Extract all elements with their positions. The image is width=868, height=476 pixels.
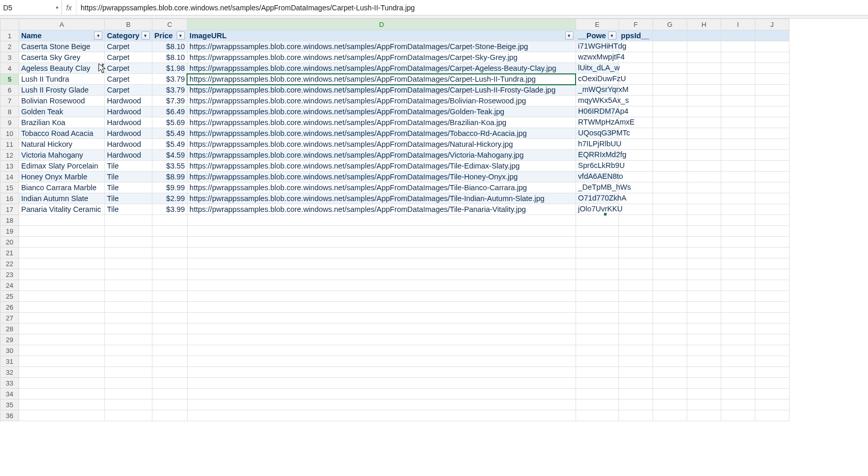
cell[interactable]	[152, 367, 187, 378]
cell[interactable]	[687, 96, 721, 106]
cell[interactable]	[576, 367, 618, 378]
cell[interactable]	[687, 367, 721, 378]
row-header[interactable]: 22	[1, 258, 19, 269]
cell-category[interactable]: Tile	[105, 204, 152, 215]
cell[interactable]	[721, 172, 755, 182]
cell[interactable]	[19, 356, 105, 367]
cell-name[interactable]: Natural Hickory	[19, 139, 105, 150]
cell[interactable]	[105, 410, 152, 421]
cell[interactable]	[187, 226, 576, 237]
cell[interactable]	[721, 85, 755, 96]
cell[interactable]	[19, 367, 105, 378]
col-header-D[interactable]: D	[187, 19, 576, 30]
cell[interactable]	[687, 269, 721, 280]
cell[interactable]	[721, 389, 755, 400]
cell[interactable]	[653, 30, 687, 41]
cell[interactable]	[653, 410, 687, 421]
row-header[interactable]: 9	[1, 117, 19, 128]
formula-input[interactable]: https://pwrappssamples.blob.core.windows…	[76, 0, 868, 15]
filter-dropdown-icon[interactable]: ▾	[94, 32, 102, 40]
cell[interactable]	[687, 258, 721, 269]
cell-category[interactable]: Hardwood	[105, 96, 152, 106]
cell[interactable]	[576, 356, 618, 367]
cell[interactable]	[721, 410, 755, 421]
cell-price[interactable]: $3.79	[152, 74, 187, 85]
cell[interactable]	[721, 334, 755, 345]
cell[interactable]	[721, 400, 755, 410]
cell[interactable]	[687, 400, 721, 410]
cell[interactable]	[755, 204, 789, 215]
cell[interactable]	[755, 161, 789, 172]
row-header[interactable]: 7	[1, 96, 19, 106]
cell-price[interactable]: $5.69	[152, 117, 187, 128]
row-header[interactable]: 17	[1, 204, 19, 215]
cell-name[interactable]: Edimax Slaty Porcelain	[19, 161, 105, 172]
cell[interactable]	[105, 356, 152, 367]
cell-price[interactable]: $6.49	[152, 106, 187, 117]
cell[interactable]	[687, 204, 721, 215]
cell[interactable]	[187, 215, 576, 226]
cell-id[interactable]: mqyWKx5Ax_s	[576, 96, 618, 106]
cell-name[interactable]: Bolivian Rosewood	[19, 96, 105, 106]
filter-dropdown-icon[interactable]: ▾	[142, 32, 150, 40]
cell[interactable]	[653, 63, 687, 74]
cell-name[interactable]: Ageless Beauty Clay	[19, 63, 105, 74]
cell[interactable]	[576, 258, 618, 269]
cell[interactable]	[105, 280, 152, 291]
cell[interactable]	[687, 182, 721, 193]
cell[interactable]	[576, 400, 618, 410]
cell-name[interactable]: Caserta Sky Grey	[19, 52, 105, 63]
row-header[interactable]: 2	[1, 41, 19, 52]
table-header-cell[interactable]: ImageURL▾	[187, 30, 576, 41]
cell[interactable]	[105, 389, 152, 400]
cell[interactable]	[618, 63, 653, 74]
table-header-cell[interactable]: Price▾	[152, 30, 187, 41]
cell[interactable]	[105, 248, 152, 258]
cell[interactable]	[105, 237, 152, 248]
cell[interactable]	[687, 41, 721, 52]
cell[interactable]	[576, 378, 618, 389]
cell[interactable]	[653, 400, 687, 410]
cell[interactable]	[755, 334, 789, 345]
cell[interactable]	[721, 63, 755, 74]
cell[interactable]	[19, 280, 105, 291]
cell-imageurl[interactable]: https://pwrappssamples.blob.core.windows…	[187, 63, 576, 74]
cell[interactable]	[618, 269, 653, 280]
cell[interactable]	[105, 378, 152, 389]
cell-price[interactable]: $7.39	[152, 96, 187, 106]
cell[interactable]	[152, 345, 187, 356]
table-header-cell[interactable]: Category▾	[105, 30, 152, 41]
cell[interactable]	[576, 324, 618, 334]
cell[interactable]	[187, 237, 576, 248]
col-header-B[interactable]: B	[105, 19, 152, 30]
cell[interactable]	[618, 226, 653, 237]
cell[interactable]	[152, 389, 187, 400]
cell-price[interactable]: $3.79	[152, 85, 187, 96]
cell[interactable]	[721, 117, 755, 128]
cell[interactable]	[653, 215, 687, 226]
cell[interactable]	[105, 302, 152, 313]
cell[interactable]	[755, 389, 789, 400]
cell[interactable]	[187, 410, 576, 421]
cell[interactable]	[755, 74, 789, 85]
row-header[interactable]: 13	[1, 161, 19, 172]
cell[interactable]	[721, 269, 755, 280]
cell[interactable]	[721, 204, 755, 215]
cell[interactable]	[187, 248, 576, 258]
row-header[interactable]: 23	[1, 269, 19, 280]
row-header[interactable]: 26	[1, 302, 19, 313]
name-box-dropdown-icon[interactable]: ▾	[56, 5, 58, 10]
cell[interactable]	[721, 226, 755, 237]
cell[interactable]	[653, 367, 687, 378]
cell[interactable]	[721, 258, 755, 269]
row-header[interactable]: 29	[1, 334, 19, 345]
cell[interactable]	[19, 410, 105, 421]
cell[interactable]	[755, 237, 789, 248]
cell[interactable]	[721, 96, 755, 106]
cell[interactable]	[755, 172, 789, 182]
cell[interactable]	[187, 258, 576, 269]
cell[interactable]	[653, 291, 687, 302]
cell[interactable]	[618, 400, 653, 410]
cell-price[interactable]: $3.99	[152, 204, 187, 215]
row-header[interactable]: 14	[1, 172, 19, 182]
